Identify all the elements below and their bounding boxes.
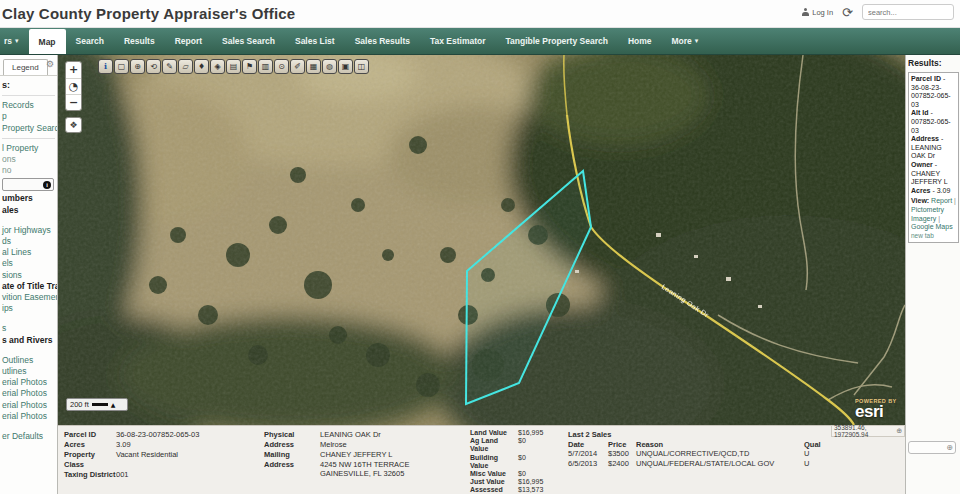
person-icon [802, 8, 809, 16]
sidebar-item[interactable]: sions [2, 270, 57, 281]
nav-item-map[interactable]: Map [29, 29, 66, 54]
nav-item-results[interactable]: Results [114, 28, 165, 54]
sidebar-item[interactable]: vition Easements [2, 292, 57, 303]
map-canvas[interactable]: Leaning Oak Dr [58, 55, 905, 425]
login-button[interactable]: Log In [802, 8, 833, 17]
sales-cell: Reason [636, 440, 804, 449]
toolbar-info-icon[interactable]: ℹ [98, 59, 113, 74]
nav-item-sales-results[interactable]: Sales Results [345, 28, 420, 54]
sidebar-item[interactable]: al Lines [2, 247, 57, 258]
toolbar-print-icon[interactable]: ▣ [338, 59, 353, 74]
field-value: $0 [518, 454, 526, 470]
sales-cell: UNQUAL/FEDERAL/STATE/LOCAL GOV [636, 459, 804, 468]
zoom-out-button[interactable]: − [66, 94, 81, 110]
layer-info-widget[interactable]: i [2, 178, 54, 191]
nav-item-label: Report [175, 36, 202, 46]
toolbar-locate-icon[interactable]: ◍ [322, 59, 337, 74]
sidebar-item[interactable]: erial Photos [2, 377, 57, 388]
sidebar-item[interactable]: utlines [2, 366, 57, 377]
sidebar-item[interactable]: erial Photos [2, 411, 57, 422]
zoom-in-button[interactable]: + [66, 62, 81, 78]
toolbar-draw-icon[interactable]: ✐ [290, 59, 305, 74]
field-value: CHANEY JEFFERY L4245 NW 16TH TERRACEGAIN… [320, 450, 409, 479]
gear-icon[interactable]: ⚙ [46, 59, 54, 69]
sidebar-item[interactable]: s and Rivers [2, 335, 57, 346]
sidebar-item[interactable]: ons [2, 154, 57, 165]
bp-values: Land Value$16,995Ag Land Value$0Building… [470, 429, 543, 494]
esri-logo: esri [855, 404, 897, 419]
nav-item-tangible-property-search[interactable]: Tangible Property Search [496, 28, 618, 54]
sidebar-item[interactable]: els [2, 258, 57, 269]
sidebar-item[interactable]: p [2, 111, 57, 122]
nav-item-tax-estimator[interactable]: Tax Estimator [420, 28, 496, 54]
nav-item-sales-search[interactable]: Sales Search [212, 28, 285, 54]
sidebar-item[interactable]: l Property [2, 143, 57, 154]
chevron-down-icon: ▾ [695, 37, 699, 45]
field-value: $16,995 [518, 478, 543, 486]
pan-button[interactable]: ❖ [65, 117, 82, 133]
results-footer-widget[interactable]: ⊕ [908, 441, 956, 454]
result-field: Parcel ID - 36-08-23-007852-065-03 [911, 75, 956, 109]
toolbar-identify-icon[interactable]: ◈ [210, 59, 225, 74]
address-line: 4245 NW 16TH TERRACE [320, 460, 409, 470]
toolbar-save-icon[interactable]: ◫ [354, 59, 369, 74]
nav-item-label: Sales List [295, 36, 335, 46]
header-actions: Log In ⟳ [802, 4, 954, 20]
nav-item-more[interactable]: More▾ [662, 28, 709, 54]
sidebar-item[interactable]: no [2, 165, 57, 176]
toolbar-legend-icon[interactable]: ▦ [306, 59, 321, 74]
top-header: Clay County Property Appraiser's Office … [0, 0, 960, 28]
parcel-detail-panel: Parcel ID36-08-23-007852-065-03Acres3.09… [58, 425, 905, 494]
sales-section: Last 2 Sales DatePriceReasonQual5/7/2014… [568, 430, 822, 468]
toolbar-flag-icon[interactable]: ⚑ [242, 59, 257, 74]
toolbar-polygon-select-icon[interactable]: ▱ [178, 59, 193, 74]
sidebar-item[interactable]: ips [2, 303, 57, 314]
nav-item-layers[interactable]: rs▾ [0, 28, 29, 54]
tab-legend[interactable]: Legend [3, 59, 48, 75]
sidebar-item[interactable]: umbers [2, 193, 57, 204]
toolbar-select-icon[interactable]: ▢ [114, 59, 129, 74]
sidebar-item[interactable]: ate of Title Transfers [2, 281, 57, 292]
home-extent-button[interactable]: ◔ [66, 78, 81, 94]
toolbar-grid-icon[interactable]: ▥ [258, 59, 273, 74]
sidebar-item[interactable]: er Defaults [2, 431, 57, 442]
field-label: Taxing District [64, 470, 116, 480]
view-link-report[interactable]: Report [931, 197, 952, 204]
scale-label: 200 ft [70, 400, 89, 409]
view-link-google-maps[interactable]: Google Maps [911, 223, 953, 230]
field-value: LEANING OAK DrMelrose [320, 430, 381, 449]
sidebar-item[interactable]: Outlines [2, 355, 57, 366]
field-label: Misc Value [470, 470, 518, 478]
sales-cell: 6/5/2013 [568, 459, 608, 468]
result-field-label: Parcel ID [911, 75, 941, 82]
sidebar-item[interactable]: Records [2, 100, 57, 111]
spacer [2, 422, 57, 431]
sidebar-item[interactable]: erial Photos [2, 388, 57, 399]
sidebar-item[interactable]: ales [2, 205, 57, 216]
sidebar-item[interactable]: erial Photos [2, 400, 57, 411]
nav-item-report[interactable]: Report [165, 28, 212, 54]
info-icon: i [43, 181, 51, 189]
sidebar-item[interactable]: ds [2, 236, 57, 247]
toolbar-previous-extent-icon[interactable]: ⟲ [146, 59, 161, 74]
main-nav: rs▾MapSearchResultsReportSales SearchSal… [0, 28, 960, 55]
toolbar-buffer-icon[interactable]: ⊙ [274, 59, 289, 74]
field-label: Assessed Value [470, 486, 518, 494]
toolbar-marker-icon[interactable]: ♦ [194, 59, 209, 74]
nav-item-sales-list[interactable]: Sales List [285, 28, 345, 54]
search-input[interactable] [862, 4, 954, 20]
sidebar-tabs: Legend ⚙ [0, 55, 57, 76]
sidebar-item[interactable]: s [2, 323, 57, 334]
app-window: Clay County Property Appraiser's Office … [0, 0, 960, 494]
sidebar-item[interactable]: Property Search [2, 123, 57, 134]
toolbar-zoom-tool-icon[interactable]: ⊕ [130, 59, 145, 74]
sales-cell: UNQUAL/CORRECTIVE/QCD,TD [636, 449, 804, 458]
toolbar-measure-icon[interactable]: ✎ [162, 59, 177, 74]
nav-item-home[interactable]: Home [618, 28, 662, 54]
new-tab-note: new tab [911, 232, 956, 241]
results-panel: Results: Parcel ID - 36-08-23-007852-065… [905, 55, 960, 494]
map-viewport[interactable]: Leaning Oak Dr ℹ▢⊕⟲✎▱♦◈▤⚑▥⊙✐▦◍▣◫ + ◔ − ❖… [58, 55, 905, 425]
sidebar-item[interactable]: jor Highways [2, 225, 57, 236]
toolbar-layers-icon[interactable]: ▤ [226, 59, 241, 74]
nav-item-search[interactable]: Search [66, 28, 114, 54]
